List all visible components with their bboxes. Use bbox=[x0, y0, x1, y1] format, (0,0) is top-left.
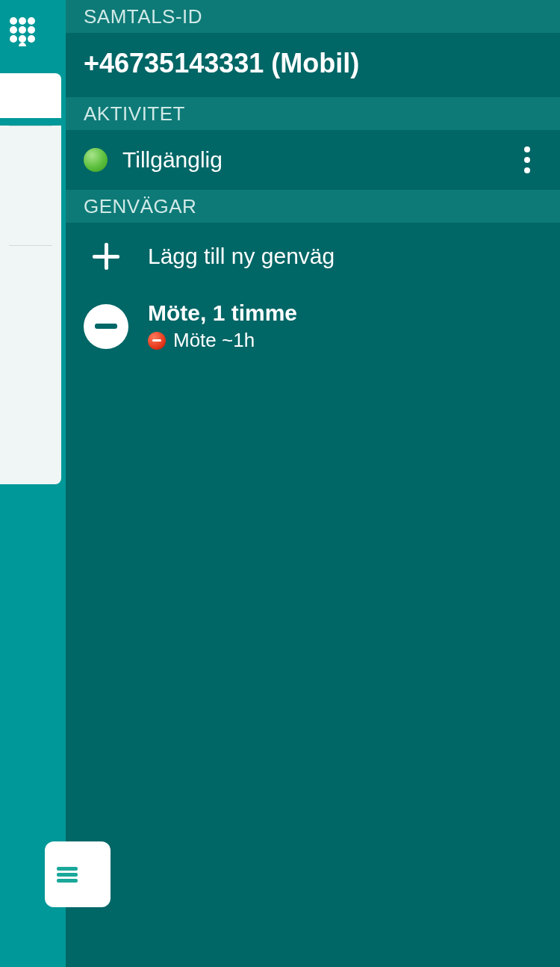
activity-status-label: Tillgänglig bbox=[122, 147, 512, 173]
svg-point-5 bbox=[28, 26, 35, 34]
activity-header-label: AKTIVITET bbox=[84, 102, 185, 126]
sidebar-tab-active[interactable] bbox=[0, 73, 61, 118]
remove-shortcut-icon[interactable] bbox=[84, 304, 128, 349]
menu-button[interactable] bbox=[45, 841, 111, 907]
caller-id-value: +46735143331 (Mobil) bbox=[84, 48, 359, 78]
svg-point-3 bbox=[10, 26, 17, 34]
section-header-shortcuts: GENVÄGAR bbox=[66, 190, 560, 223]
svg-point-2 bbox=[28, 17, 35, 25]
svg-point-7 bbox=[19, 35, 26, 43]
svg-point-4 bbox=[19, 26, 26, 34]
main-panel: SAMTALS-ID +46735143331 (Mobil) AKTIVITE… bbox=[66, 0, 560, 967]
dialpad-icon[interactable] bbox=[9, 16, 36, 46]
shortcuts-header-label: GENVÄGAR bbox=[84, 195, 196, 218]
left-sidebar bbox=[0, 0, 66, 967]
caller-id-header-label: SAMTALS-ID bbox=[84, 5, 202, 28]
svg-point-9 bbox=[19, 43, 26, 46]
add-shortcut-row[interactable]: Lägg till ny genväg bbox=[66, 223, 560, 290]
section-header-activity: AKTIVITET bbox=[66, 97, 560, 130]
shortcut-subtitle: Möte ~1h bbox=[173, 329, 255, 352]
plus-icon bbox=[93, 243, 119, 270]
add-shortcut-label: Lägg till ny genväg bbox=[148, 244, 335, 269]
shortcut-item[interactable]: Möte, 1 timme Möte ~1h bbox=[66, 290, 560, 362]
status-available-icon bbox=[84, 148, 108, 172]
sidebar-tab[interactable] bbox=[0, 126, 61, 245]
svg-point-0 bbox=[10, 17, 17, 25]
sidebar-tab[interactable] bbox=[0, 365, 61, 484]
section-header-caller-id: SAMTALS-ID bbox=[66, 0, 560, 33]
more-vertical-icon[interactable] bbox=[512, 138, 542, 182]
menu-icon bbox=[57, 867, 78, 882]
activity-status-row[interactable]: Tillgänglig bbox=[66, 130, 560, 190]
minus-icon bbox=[95, 324, 117, 329]
svg-point-8 bbox=[28, 35, 35, 43]
shortcut-title: Möte, 1 timme bbox=[148, 300, 297, 326]
svg-point-6 bbox=[10, 35, 17, 43]
sidebar-tab[interactable] bbox=[0, 245, 61, 365]
svg-point-1 bbox=[19, 17, 26, 25]
caller-id-row[interactable]: +46735143331 (Mobil) bbox=[66, 33, 560, 97]
no-entry-icon bbox=[148, 332, 166, 350]
